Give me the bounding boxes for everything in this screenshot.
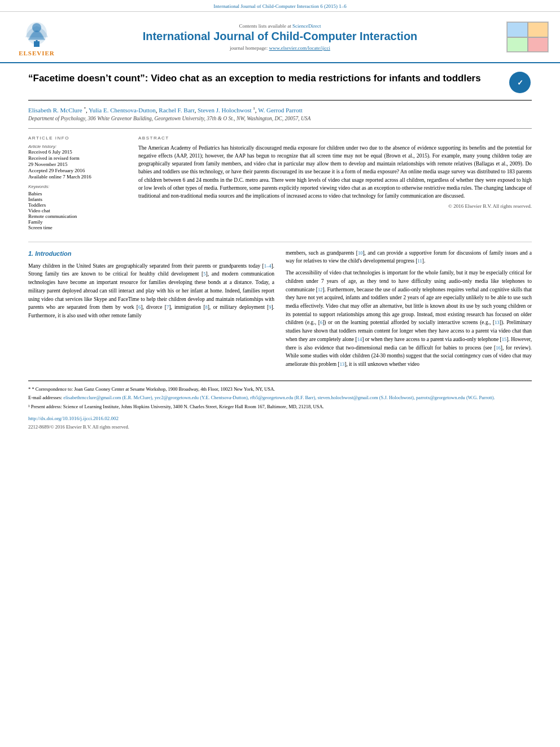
- homepage-label: journal homepage:: [230, 45, 268, 51]
- ref-12[interactable]: 12: [318, 287, 323, 292]
- journal-title: International Journal of Child-Computer …: [62, 30, 498, 43]
- journal-homepage: journal homepage: www.elsevier.com/locat…: [62, 45, 498, 51]
- keyword-remote: Remote communication: [28, 213, 127, 219]
- body-col-left: 1. Introduction Many children in the Uni…: [28, 249, 274, 372]
- crossmark-svg: ✓: [513, 76, 527, 89]
- intro-heading: 1. Introduction: [28, 249, 274, 259]
- authors-text: Elisabeth R. McClure *, Yulia E. Chentso…: [28, 107, 303, 113]
- doi-line[interactable]: http://dx.doi.org/10.1016/j.ijcci.2016.0…: [28, 415, 532, 423]
- keyword-family: Family: [28, 219, 127, 225]
- cover-cell-1: [507, 22, 528, 37]
- ref-10[interactable]: 10: [358, 250, 363, 256]
- paper-title-section: “Facetime doesn’t count”: Video chat as …: [28, 72, 532, 101]
- elsevier-tree-icon: [17, 18, 56, 49]
- journal-banner: ELSEVIER Contents lists available at Sci…: [0, 12, 560, 63]
- ref-6b[interactable]: 6: [320, 320, 322, 325]
- journal-cover-image: [506, 21, 549, 53]
- copyright-line: © 2016 Elsevier B.V. All rights reserved…: [138, 203, 532, 209]
- correspondence-text: * Correspondence to: Joan Ganz Cooney Ce…: [32, 386, 275, 392]
- intro-text-col2-p1: members, such as grandparents [10], and …: [286, 249, 532, 265]
- issn-line: 2212-8689/© 2016 Elsevier B.V. All right…: [28, 423, 532, 431]
- received-date: Received 6 July 2015: [28, 149, 127, 155]
- keywords-label: Keywords:: [28, 184, 127, 189]
- present-address-note: ¹ Present address: Science of Learning I…: [28, 403, 532, 410]
- ref-9[interactable]: 9: [269, 304, 271, 310]
- homepage-url[interactable]: www.elsevier.com/locate/ijcci: [269, 45, 330, 51]
- paper-content: “Facetime doesn’t count”: Video chat as …: [0, 63, 560, 439]
- author-chentsova[interactable]: Yulia E. Chentsova-Dutton: [89, 107, 156, 113]
- ref-15[interactable]: 15: [502, 337, 507, 342]
- cover-cell-3: [507, 37, 528, 53]
- authors-section: Elisabeth R. McClure *, Yulia E. Chentso…: [28, 106, 532, 113]
- svg-text:✓: ✓: [517, 78, 523, 87]
- ref-1-4[interactable]: 1–4: [264, 263, 272, 269]
- article-history: Article history: Received 6 July 2015 Re…: [28, 144, 127, 180]
- author-barr[interactable]: Rachel F. Barr: [159, 107, 194, 113]
- intro-text-col1: Many children in the United States are g…: [28, 262, 274, 320]
- ref-13[interactable]: 13: [495, 320, 500, 325]
- journal-issue-label: International Journal of Child-Computer …: [213, 3, 347, 9]
- ref-8[interactable]: 8: [205, 304, 207, 310]
- ref-6[interactable]: 6: [138, 304, 141, 310]
- section-divider: [28, 242, 532, 242]
- article-info-abstract-section: ARTICLE INFO Article history: Received 6…: [28, 128, 532, 230]
- email-addresses[interactable]: elisabethrncclure@gmail.com (E.R. McClur…: [63, 395, 495, 400]
- sciencedirect-line: Contents lists available at ScienceDirec…: [62, 23, 498, 29]
- affiliation: Department of Psychology, 306 White Grav…: [28, 116, 532, 121]
- correspondence-note: * * Correspondence to: Joan Ganz Cooney …: [28, 386, 532, 393]
- elsevier-brand-text: ELSEVIER: [19, 50, 55, 56]
- crossmark-badge[interactable]: ✓: [509, 72, 532, 94]
- footnotes-section: * * Correspondence to: Joan Ganz Cooney …: [28, 381, 532, 431]
- keyword-toddlers: Toddlers: [28, 202, 127, 208]
- doi-text: http://dx.doi.org/10.1016/j.ijcci.2016.0…: [28, 416, 119, 421]
- contents-label: Contents lists available at: [239, 23, 291, 29]
- present-address-text: ¹ Present address: Science of Learning I…: [28, 404, 324, 409]
- abstract-text: The American Academy of Pediatrics has h…: [138, 144, 532, 200]
- abstract-panel: ABSTRACT The American Academy of Pediatr…: [138, 136, 532, 230]
- revised-date: 29 November 2015: [28, 161, 127, 167]
- author-mcclure[interactable]: Elisabeth R. McClure: [28, 107, 82, 113]
- keyword-screentime: Screen time: [28, 225, 127, 230]
- ref-5[interactable]: 5: [203, 271, 205, 277]
- keyword-babies: Babies: [28, 191, 127, 196]
- author-holochwost[interactable]: Steven J. Holochwost: [198, 107, 252, 113]
- sciencedirect-link[interactable]: ScienceDirect: [292, 23, 321, 29]
- available-date: Available online 7 March 2016: [28, 174, 127, 180]
- elsevier-logo-section: ELSEVIER: [11, 18, 62, 56]
- abstract-heading: ABSTRACT: [138, 136, 532, 141]
- article-info-panel: ARTICLE INFO Article history: Received 6…: [28, 136, 127, 230]
- body-col-right: members, such as grandparents [10], and …: [286, 249, 532, 372]
- keyword-infants: Infants: [28, 196, 127, 202]
- history-label: Article history:: [28, 144, 127, 149]
- ref-16[interactable]: 16: [496, 345, 501, 351]
- elsevier-logo: ELSEVIER: [11, 18, 62, 56]
- cover-image-section: [498, 21, 549, 53]
- email-label: E-mail addresses:: [28, 395, 62, 400]
- ref-11[interactable]: 11: [418, 258, 422, 264]
- journal-header-bar: International Journal of Child-Computer …: [0, 0, 560, 12]
- body-section: 1. Introduction Many children in the Uni…: [28, 249, 532, 372]
- crossmark-icon: ✓: [509, 72, 531, 93]
- article-info-heading: ARTICLE INFO: [28, 136, 127, 141]
- accepted-date: Accepted 29 February 2016: [28, 168, 127, 173]
- cover-cell-2: [528, 22, 549, 37]
- received-revised-label: Received in revised form: [28, 155, 127, 161]
- correspondence-marker: *: [28, 386, 30, 392]
- cover-cell-4: [528, 37, 549, 53]
- email-note: E-mail addresses: elisabethrncclure@gmai…: [28, 394, 532, 401]
- journal-title-section: Contents lists available at ScienceDirec…: [62, 23, 498, 51]
- intro-text-col2-p2: The accessibility of video chat technolo…: [286, 269, 532, 369]
- author-parrott[interactable]: W. Gerrod Parrott: [258, 107, 303, 113]
- ref-13b[interactable]: 13: [340, 361, 345, 367]
- keyword-videochat: Video chat: [28, 208, 127, 213]
- ref-14[interactable]: 14: [357, 337, 362, 342]
- ref-7[interactable]: 7: [167, 304, 169, 310]
- paper-title: “Facetime doesn’t count”: Video chat as …: [28, 72, 501, 85]
